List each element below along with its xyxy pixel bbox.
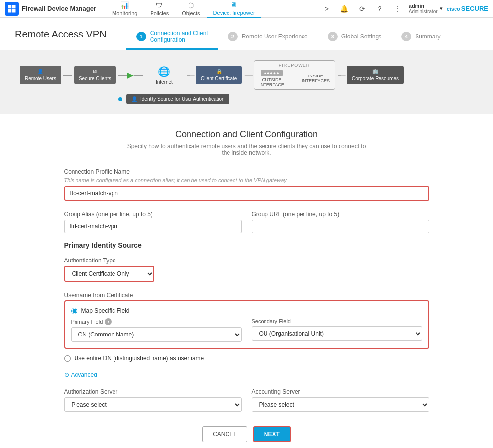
cancel-button[interactable]: CANCEL <box>202 426 247 442</box>
identity-dot <box>118 97 122 101</box>
acct-server-label: Accounting Server <box>252 388 429 395</box>
auth-type-label: Authentication Type <box>64 257 429 264</box>
wizard-step-4[interactable]: 4 Summary <box>391 27 450 48</box>
user-menu[interactable]: admin Administrator ▾ <box>409 3 443 14</box>
step-4-label: Summary <box>415 33 440 40</box>
nav-device[interactable]: 🖥 Device: firepower <box>207 0 261 18</box>
step-1-label: Connection and ClientConfiguration <box>150 30 208 43</box>
wizard-steps: 1 Connection and ClientConfiguration 2 R… <box>126 25 451 50</box>
wizard-step-1[interactable]: 1 Connection and ClientConfiguration <box>126 25 218 50</box>
step-1-num: 1 <box>136 32 146 41</box>
map-specific-label: Map Specific Field <box>81 307 130 314</box>
connection-profile-input[interactable] <box>64 186 429 201</box>
app-logo-icon <box>5 2 19 16</box>
cisco-logo: cisco SECURE <box>447 5 488 12</box>
diagram-identity: 👤 Identity Source for User Authenticatio… <box>126 94 229 104</box>
step-2-num: 2 <box>228 32 238 41</box>
diagram-remote-users: 👤 Remote Users <box>20 66 61 84</box>
use-dn-radio[interactable] <box>64 355 71 362</box>
auth-server-select[interactable]: Please select <box>64 397 242 412</box>
primary-field-info-icon[interactable]: i <box>105 318 112 325</box>
objects-icon: ⬡ <box>188 1 194 9</box>
more-icon[interactable]: ⋮ <box>391 2 405 16</box>
sync-icon[interactable]: ⟳ <box>355 2 369 16</box>
diagram-internet: 🌐 Internet <box>145 63 184 88</box>
group-alias-label: Group Alias (one per line, up to 5) <box>64 211 242 218</box>
connector-1: — <box>61 70 74 80</box>
secondary-field-col: Secondary Field OU (Organisational Unit)… <box>252 318 422 342</box>
group-alias-input[interactable] <box>64 220 242 233</box>
svg-rect-2 <box>8 9 12 12</box>
secondary-field-label: Secondary Field <box>252 318 422 324</box>
nav-items: 📊 Monitoring 🛡 Policies ⬡ Objects 🖥 Devi… <box>106 0 320 18</box>
acct-server-col: Accounting Server Please select <box>252 388 429 412</box>
inside-interface: INSIDEINTERFACES <box>302 74 330 83</box>
help-icon[interactable]: ? <box>373 2 387 16</box>
auth-type-select[interactable]: Client Certificate Only AAA Only AAA and… <box>65 267 153 281</box>
wizard-step-2[interactable]: 2 Remote User Experience <box>218 27 318 48</box>
svg-rect-0 <box>8 5 12 8</box>
step-4-num: 4 <box>401 32 411 41</box>
group-url-label: Group URL (one per line, up to 5) <box>252 211 429 218</box>
notification-icon[interactable]: 🔔 <box>338 2 351 16</box>
page-title: Remote Access VPN <box>15 29 107 40</box>
monitoring-icon: 📊 <box>120 1 129 9</box>
diagram-corporate: 🏢 Corporate Resources <box>347 66 404 84</box>
diagram-area: 👤 Remote Users — 🖥 Secure Clients —▶— 🌐 … <box>0 50 493 114</box>
username-cert-section: Username from Certificate Map Specific F… <box>64 292 429 362</box>
username-cert-box: Map Specific Field Primary Field i CN (C… <box>64 300 429 349</box>
connector-2: —▶— <box>116 70 145 80</box>
nav-objects[interactable]: ⬡ Objects <box>176 0 206 18</box>
device-icon: 🖥 <box>230 1 237 9</box>
user-chevron-icon: ▾ <box>440 5 443 12</box>
step-2-label: Remote User Experience <box>242 33 308 40</box>
page-header: Remote Access VPN 1 Connection and Clien… <box>0 18 493 50</box>
primary-field-select[interactable]: CN (Common Name) OU (Organisational Unit… <box>71 327 242 342</box>
auth-type-highlight-box: Client Certificate Only AAA Only AAA and… <box>64 266 154 282</box>
user-role: Administrator <box>409 9 438 14</box>
map-specific-radio[interactable] <box>71 308 77 314</box>
nav-logo: Firewall Device Manager <box>5 2 96 16</box>
form-section-title: Connection and Client Configuration <box>64 129 429 140</box>
primary-field-label: Primary Field i <box>71 318 242 325</box>
connection-profile-section: Connection Profile Name This name is con… <box>64 168 429 201</box>
group-row: Group Alias (one per line, up to 5) Grou… <box>64 211 429 233</box>
use-entire-dn-row: Use entire DN (distinguished name) as us… <box>64 355 429 362</box>
group-url-input[interactable] <box>252 220 429 233</box>
svg-rect-1 <box>12 5 16 8</box>
acct-server-select[interactable]: Please select <box>252 397 429 412</box>
diagram-client-cert: 🔒 Client Certificate <box>196 66 242 84</box>
advanced-link[interactable]: ⊙ Advanced <box>64 372 429 378</box>
user-name: admin <box>409 3 438 9</box>
nav-monitoring[interactable]: 📊 Monitoring <box>106 0 143 18</box>
nav-policies[interactable]: 🛡 Policies <box>144 0 175 18</box>
step-3-label: Global Settings <box>341 33 381 40</box>
main-content: Connection and Client Configuration Spec… <box>44 114 449 448</box>
policies-icon: 🛡 <box>156 1 163 9</box>
advanced-chevron-icon: ⊙ <box>64 372 69 378</box>
page-footer: CANCEL NEXT <box>0 420 493 448</box>
diagram-sub-row: 👤 Identity Source for User Authenticatio… <box>20 94 473 104</box>
step-3-num: 3 <box>328 32 338 41</box>
field-row: Primary Field i CN (Common Name) OU (Org… <box>71 318 422 342</box>
secondary-field-select[interactable]: OU (Organisational Unit) CN (Common Name… <box>252 326 422 341</box>
app-title: Firewall Device Manager <box>22 5 96 12</box>
connector-4: ········ <box>242 70 254 80</box>
diagram-secure-clients: 🖥 Secure Clients <box>74 66 116 84</box>
primary-field-col: Primary Field i CN (Common Name) OU (Org… <box>71 318 242 342</box>
top-nav: Firewall Device Manager 📊 Monitoring 🛡 P… <box>0 0 493 18</box>
next-button[interactable]: NEXT <box>253 426 291 442</box>
connection-profile-sublabel: This name is configured as a connection … <box>64 177 429 183</box>
terminal-icon[interactable]: > <box>320 2 334 16</box>
primary-identity-section: Primary Identity Source Authentication T… <box>64 241 429 282</box>
wizard-step-3[interactable]: 3 Global Settings <box>318 27 391 48</box>
form-section-desc: Specify how to authenticate remote users… <box>123 143 370 156</box>
username-cert-label: Username from Certificate <box>64 292 429 299</box>
auth-server-col: Authorization Server Please select <box>64 388 242 412</box>
svg-rect-3 <box>12 9 16 12</box>
map-specific-row: Map Specific Field <box>71 307 422 314</box>
nav-right: > 🔔 ⟳ ? ⋮ admin Administrator ▾ cisco SE… <box>320 2 488 16</box>
connector-5: ········ <box>335 70 347 80</box>
use-dn-label: Use entire DN (distinguished name) as us… <box>75 355 204 362</box>
group-url-col: Group URL (one per line, up to 5) <box>252 211 429 233</box>
